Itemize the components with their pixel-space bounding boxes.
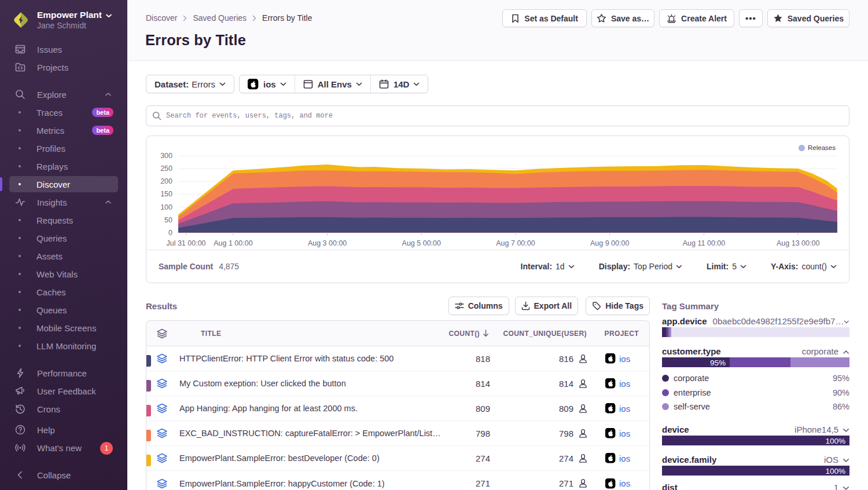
- svg-text:Aug 1 00:00: Aug 1 00:00: [214, 239, 252, 247]
- svg-text:300: 300: [160, 152, 172, 160]
- svg-text:200: 200: [160, 177, 172, 185]
- svg-text:Aug 5 00:00: Aug 5 00:00: [402, 239, 441, 247]
- svg-text:Aug 3 00:00: Aug 3 00:00: [308, 239, 347, 247]
- svg-text:100: 100: [160, 203, 172, 211]
- svg-text:50: 50: [164, 216, 172, 224]
- svg-text:Jul 31 00:00: Jul 31 00:00: [166, 239, 205, 247]
- svg-text:150: 150: [160, 190, 172, 198]
- svg-text:Aug 9 00:00: Aug 9 00:00: [590, 239, 629, 247]
- svg-text:250: 250: [160, 164, 172, 173]
- svg-text:0: 0: [168, 229, 172, 237]
- svg-text:Aug 11 00:00: Aug 11 00:00: [683, 239, 725, 247]
- svg-text:Aug 7 00:00: Aug 7 00:00: [496, 239, 535, 247]
- svg-text:Aug 13 00:00: Aug 13 00:00: [777, 239, 819, 247]
